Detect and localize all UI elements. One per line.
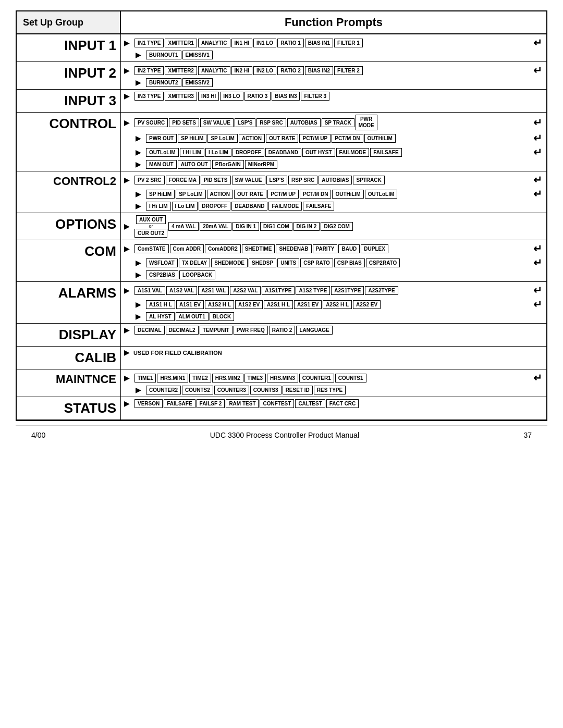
or-text: or — [149, 224, 153, 229]
prompt-box: SHEDTIME — [242, 244, 275, 253]
section-label-alarms: ALARMS — [17, 282, 121, 323]
return-arrow-icon: ↵ — [533, 174, 543, 186]
return-arrow-icon: ↵ — [533, 188, 543, 200]
prompt-box: A1S1 H L — [146, 300, 175, 309]
prompt-box: SP HiLIM — [146, 190, 175, 199]
prompt-box: IN2 HI — [231, 66, 252, 75]
prompt-box: SHEDENAB — [276, 244, 311, 253]
arrow-icon: ▶ — [136, 149, 144, 156]
prompt-box: OUTLoLIM — [365, 190, 398, 199]
prompt-box: DEADBAND — [231, 202, 267, 211]
prompt-box: I Hi LIM — [180, 148, 205, 157]
prompt-box: SHEDMODE — [211, 258, 248, 267]
prompt-box: SP LoLIM — [176, 190, 205, 199]
footer-left: 4/00 — [31, 431, 45, 439]
prompt-box: SP LoLIM — [207, 134, 237, 143]
prompt-box: DROPOFF — [232, 148, 264, 157]
prompt-line: ▶PWR OUTSP HiLIMSP LoLIMACTIONOUT RATEPC… — [136, 132, 543, 144]
arrow-icon: ▶ — [136, 190, 144, 198]
prompts-group: I Hi LIMI Lo LIMDROPOFFDEADBANDFAILMODEF… — [146, 202, 543, 211]
prompt-box: IN3 TYPE — [134, 92, 164, 101]
arrow-icon: ▶ — [124, 349, 129, 356]
prompts-group: PV 2 SRCFORCE MAPID SETSSW VALUELSP'SRSP… — [134, 176, 530, 184]
prompt-box: ComADDR2 — [205, 244, 241, 253]
prompt-box: BIAS IN2 — [305, 66, 333, 75]
prompts-group: DECIMALDECIMAL2TEMPUNITPWR FREQRATIO 2LA… — [134, 326, 543, 335]
prompt-box: XMITTER1 — [165, 39, 197, 47]
section-maintnce: MAINTNCE▶TIME1HRS.MIN1TIME2HRS.MIN2TIME3… — [17, 369, 546, 397]
prompt-box: HRS.MIN2 — [212, 374, 243, 382]
section-label-options: OPTIONS — [17, 213, 121, 240]
prompt-line: ▶IN3 TYPEXMITTER3IN3 HIIN3 LORATIO 3BIAS… — [124, 92, 543, 101]
prompt-box: RATIO 2 — [277, 66, 304, 75]
prompt-line: ▶VERSONFAILSAFEFAILSF 2RAM TESTCONFTESTC… — [124, 399, 543, 408]
section-content-input3: ▶IN3 TYPEXMITTER3IN3 HIIN3 LORATIO 3BIAS… — [121, 90, 546, 112]
section-content-control2: ▶PV 2 SRCFORCE MAPID SETSSW VALUELSP'SRS… — [121, 171, 546, 213]
prompt-box: PWRMODE — [356, 115, 377, 130]
prompt-box: SW VALUE — [232, 176, 265, 184]
section-control2: CONTROL2▶PV 2 SRCFORCE MAPID SETSSW VALU… — [17, 171, 546, 213]
prompt-line: ▶OUTLoLIMI Hi LIMI Lo LIMDROPOFFDEADBAND… — [136, 146, 543, 158]
prompt-box: LANGUAGE — [296, 326, 332, 335]
prompt-box: ANALYTIC — [198, 39, 230, 47]
prompt-box: A1S2 H L — [205, 300, 234, 309]
prompt-box: IN3 HI — [198, 92, 219, 101]
prompt-box: CSP2BIAS — [146, 270, 178, 279]
prompt-line: ▶CSP2BIASLOOPBACK — [136, 270, 543, 279]
prompts-group: AL HYSTALM OUT1BLOCK — [146, 312, 543, 321]
prompt-box: SPTRACK — [353, 176, 384, 184]
prompt-box: IN2 LO — [253, 66, 276, 75]
prompt-box: Com ADDR — [170, 244, 204, 253]
prompt-box: A2S1TYPE — [331, 286, 364, 295]
prompt-box: PCT/M UP — [267, 190, 299, 199]
prompt-box: A2S1 EV — [294, 300, 322, 309]
prompt-box: RATIO 1 — [277, 39, 304, 47]
header-left: Set Up Group — [17, 11, 121, 33]
prompt-box: OUTLoLIM — [146, 148, 179, 157]
return-arrow-icon: ↵ — [533, 242, 543, 255]
header-right: Function Prompts — [121, 11, 546, 33]
prompt-box: SHEDSP — [249, 258, 276, 267]
prompt-box: PWR OUT — [146, 134, 177, 143]
return-arrow-icon: ↵ — [533, 116, 543, 129]
prompt-line: ▶IN1 TYPEXMITTER1ANALYTICIN1 HIIN1 LORAT… — [124, 36, 543, 49]
prompt-box: TX DELAY — [179, 258, 211, 267]
prompt-box: CSP2RATO — [366, 258, 400, 267]
prompt-box: I Hi LIM — [146, 202, 171, 211]
prompts-group: MAN OUTAUTO OUTPBorGAINMINorRPM — [146, 160, 543, 169]
prompt-line: ▶USED FOR FIELD CALIBRATION — [124, 349, 543, 356]
prompts-group: PWR OUTSP HiLIMSP LoLIMACTIONOUT RATEPCT… — [146, 134, 530, 143]
prompts-group: IN3 TYPEXMITTER3IN3 HIIN3 LORATIO 3BIAS … — [134, 92, 543, 101]
arrow-icon: ▶ — [136, 51, 144, 59]
prompt-box: LSP'S — [235, 118, 256, 127]
footer: 4/00 UDC 3300 Process Controller Product… — [16, 425, 547, 445]
prompt-line: ▶I Hi LIMI Lo LIMDROPOFFDEADBANDFAILMODE… — [136, 202, 543, 211]
prompt-box: PBorGAIN — [212, 160, 244, 169]
prompt-box: ANALYTIC — [198, 66, 230, 75]
prompt-box: LSP'S — [266, 176, 288, 184]
section-label-com: COM — [17, 240, 121, 281]
prompt-box: CALTEST — [295, 399, 325, 408]
arrow-icon: ▶ — [136, 79, 144, 87]
prompt-box: FAILSAFE — [303, 202, 334, 211]
prompt-box: SW VALUE — [200, 118, 234, 127]
prompt-box: COUNTER2 — [146, 386, 181, 394]
return-arrow-icon: ↵ — [533, 298, 543, 311]
prompt-box: AL HYST — [146, 312, 175, 321]
prompt-box: AUTO OUT — [178, 160, 211, 169]
section-input3: INPUT 3▶IN3 TYPEXMITTER3IN3 HIIN3 LORATI… — [17, 90, 546, 113]
prompt-box: FAILMODE — [336, 148, 370, 157]
prompts-group: A1S1 H LA1S1 EVA1S2 H LA1S2 EVA2S1 H LA2… — [146, 300, 530, 309]
prompt-box: FAILSAFE — [164, 399, 195, 408]
prompt-box: DECIMAL2 — [166, 326, 199, 335]
prompt-box: OUTHiLIM — [364, 134, 396, 143]
section-label-maintnce: MAINTNCE — [17, 369, 121, 397]
arrow-icon: ▶ — [136, 134, 144, 142]
prompt-line: ▶PV 2 SRCFORCE MAPID SETSSW VALUELSP'SRS… — [124, 174, 543, 186]
arrow-icon: ▶ — [124, 287, 132, 294]
arrow-icon: ▶ — [124, 119, 132, 127]
arrow-icon: ▶ — [124, 39, 132, 47]
arrow-icon: ▶ — [136, 161, 144, 168]
section-label-control: CONTROL — [17, 113, 121, 171]
prompt-box: DIG1 COM — [260, 222, 292, 231]
